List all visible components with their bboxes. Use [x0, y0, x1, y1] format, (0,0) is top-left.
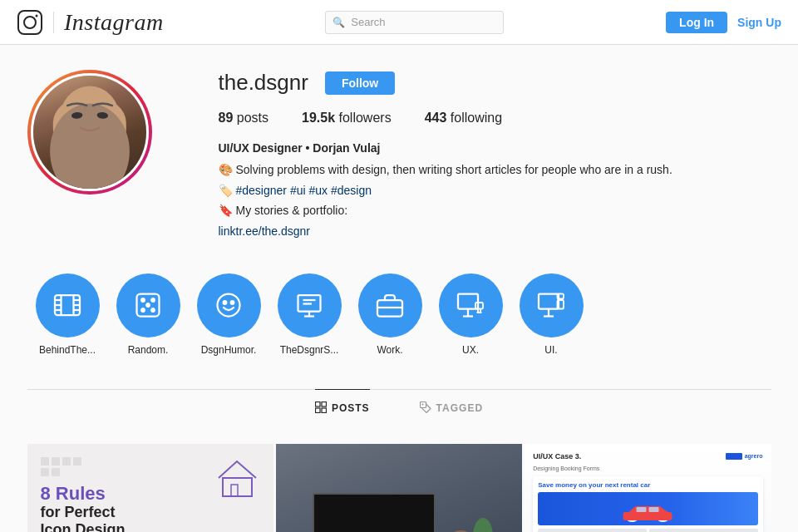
- avatar: [33, 76, 146, 189]
- story-circle: [520, 273, 584, 337]
- story-circle: [278, 273, 342, 337]
- search-icon: 🔍: [332, 17, 345, 28]
- story-circle: [358, 273, 422, 337]
- story-label: Work.: [377, 344, 402, 356]
- tag-icon: [420, 401, 431, 416]
- svg-point-14: [151, 299, 155, 303]
- story-item[interactable]: Work.: [358, 273, 422, 356]
- story-item[interactable]: BehindThe...: [36, 273, 100, 356]
- svg-point-1: [24, 17, 36, 28]
- profile-header: the.dsgnr Follow: [219, 70, 771, 96]
- avatar-ring: [27, 70, 152, 195]
- svg-rect-52: [649, 507, 659, 512]
- instagram-camera-icon: [17, 9, 43, 36]
- profile-bio: UI/UX Designer • Dorjan Vulaj 🎨 Solving …: [219, 139, 771, 240]
- following-label: following: [451, 111, 502, 125]
- smile-icon: [214, 290, 244, 320]
- bio-link[interactable]: linktr.ee/the.dsgnr: [219, 224, 311, 238]
- story-label: UX.: [462, 344, 479, 356]
- avatar-wrap: [27, 70, 152, 195]
- stories-section: BehindThe... Random.: [27, 273, 771, 356]
- svg-point-20: [231, 302, 234, 305]
- signup-button[interactable]: Sign Up: [737, 16, 781, 29]
- profile-info: the.dsgnr Follow 89 posts 19.5k follower…: [219, 70, 771, 240]
- logo-divider: [53, 12, 54, 33]
- film-icon: [52, 290, 82, 320]
- followers-stat: 19.5k followers: [302, 111, 392, 126]
- tab-tagged-label: TAGGED: [436, 402, 483, 414]
- svg-rect-47: [231, 485, 238, 496]
- bio-emoji3: 🔖: [219, 201, 233, 219]
- svg-point-13: [141, 299, 145, 303]
- story-label: BehindThe...: [39, 344, 96, 356]
- tab-tagged[interactable]: TAGGED: [420, 389, 483, 427]
- profile-stats: 89 posts 19.5k followers 443 following: [219, 111, 771, 126]
- bio-text1: Solving problems with design, then writi…: [236, 160, 672, 179]
- profile-section: the.dsgnr Follow 89 posts 19.5k follower…: [27, 70, 771, 240]
- post3-subtitle: Designing Booking Forms: [533, 466, 762, 471]
- svg-point-16: [151, 309, 155, 313]
- follow-button[interactable]: Follow: [325, 71, 395, 95]
- svg-rect-41: [322, 401, 327, 406]
- svg-rect-43: [322, 408, 327, 413]
- svg-point-17: [146, 304, 150, 308]
- story-item[interactable]: UX.: [439, 273, 503, 356]
- post-item[interactable]: UI/UX Case 3. agrero Designing Booking F…: [525, 444, 771, 532]
- svg-point-15: [141, 309, 145, 313]
- house-icon: [214, 457, 260, 499]
- svg-point-18: [218, 294, 240, 317]
- post1-title-line3: Icon Design: [41, 521, 260, 532]
- svg-rect-0: [18, 11, 42, 34]
- logo-area: Instagram: [17, 9, 164, 36]
- post3-title: UI/UX Case 3.: [533, 452, 581, 461]
- story-item[interactable]: DsgnHumor.: [197, 273, 261, 356]
- monitor-ux-icon: [456, 290, 485, 320]
- bio-line2: 🏷️ #designer #ui #ux #design: [219, 181, 771, 200]
- post2-photo: [276, 444, 522, 532]
- story-label: UI.: [544, 344, 557, 356]
- bio-text3: My stories & portfolio:: [236, 201, 348, 219]
- posts-stat: 89 posts: [219, 111, 269, 126]
- post-item[interactable]: 8 Rules for Perfect Icon Design The Ulti…: [27, 444, 273, 532]
- post-item[interactable]: [276, 444, 522, 532]
- svg-rect-42: [315, 408, 320, 413]
- tab-posts[interactable]: POSTS: [315, 389, 370, 427]
- story-label: Random.: [128, 344, 169, 356]
- bio-line1: 🎨 Solving problems with design, then wri…: [219, 160, 771, 179]
- username: the.dsgnr: [219, 70, 308, 96]
- svg-point-45: [421, 403, 423, 405]
- bio-tags: #designer #ui #ux #design: [236, 181, 372, 200]
- story-item[interactable]: TheDsgnrS...: [278, 273, 342, 356]
- posts-grid: 8 Rules for Perfect Icon Design The Ulti…: [27, 444, 771, 532]
- svg-rect-40: [315, 401, 320, 406]
- posts-label: posts: [237, 111, 268, 125]
- bio-line3: 🔖 My stories & portfolio:: [219, 201, 771, 219]
- search-input[interactable]: [325, 11, 504, 34]
- bio-emoji2: 🏷️: [219, 181, 233, 200]
- story-item[interactable]: UI.: [520, 273, 584, 356]
- story-circle: [116, 273, 180, 337]
- grid-icon: [315, 401, 327, 416]
- dice-icon: [133, 290, 163, 320]
- story-label: DsgnHumor.: [201, 344, 257, 356]
- story-circle: [197, 273, 261, 337]
- post3-content: UI/UX Case 3. agrero Designing Booking F…: [525, 444, 771, 532]
- logo-text: Instagram: [64, 9, 164, 36]
- svg-rect-50: [623, 512, 672, 520]
- posts-count: 89: [219, 111, 234, 125]
- presentation-icon: [294, 290, 324, 320]
- followers-count: 19.5k: [302, 111, 335, 125]
- story-circle: [36, 273, 100, 337]
- tabs-section: POSTS TAGGED: [27, 389, 771, 427]
- svg-point-2: [36, 14, 38, 17]
- briefcase-icon: [375, 290, 405, 320]
- tab-posts-label: POSTS: [332, 402, 370, 414]
- following-stat: 443 following: [425, 111, 502, 126]
- story-circle: [439, 273, 503, 337]
- svg-point-19: [224, 302, 227, 305]
- story-item[interactable]: Random.: [116, 273, 180, 356]
- followers-label: followers: [339, 111, 392, 125]
- login-button[interactable]: Log In: [666, 12, 727, 33]
- monitor-ui-icon: [536, 290, 566, 320]
- header-actions: Log In Sign Up: [666, 12, 781, 33]
